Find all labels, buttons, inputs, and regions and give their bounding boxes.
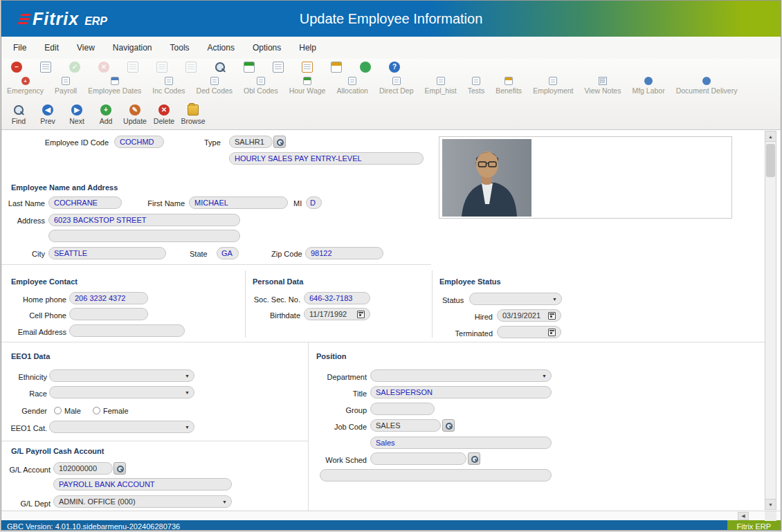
address-line1-input[interactable] bbox=[48, 214, 240, 226]
allocation-icon bbox=[348, 77, 356, 85]
card-file-icon-button[interactable] bbox=[40, 62, 51, 73]
gl-account-search-button[interactable] bbox=[113, 462, 126, 475]
find-button[interactable]: Find bbox=[4, 104, 33, 125]
hired-field[interactable]: 03/19/2021 bbox=[497, 309, 561, 322]
help-icon-button[interactable]: ? bbox=[389, 62, 400, 73]
toolbar-payroll-button[interactable]: Payroll bbox=[53, 77, 78, 95]
birthdate-field[interactable]: 11/17/1992 bbox=[304, 308, 370, 320]
zip-input[interactable] bbox=[305, 247, 383, 259]
page-title: Update Employee Information bbox=[300, 11, 483, 27]
toolbar-benefits-button[interactable]: Benefits bbox=[494, 77, 523, 95]
notes-icon-button[interactable] bbox=[360, 62, 371, 73]
ok-icon-button[interactable]: ✓ bbox=[69, 62, 80, 73]
type-description-field: HOURLY SALES PAY ENTRY-LEVEL bbox=[229, 152, 424, 165]
scrollbar-track[interactable] bbox=[765, 142, 776, 499]
toolbar-employee-dates-button[interactable]: Employee Dates bbox=[87, 77, 143, 95]
calendar-icon[interactable] bbox=[357, 311, 365, 318]
gl-dept-select[interactable]: ADMIN. OFFICE (000) ▼ bbox=[53, 495, 232, 508]
toolbar-button-row: +EmergencyPayrollEmployee DatesInc Codes… bbox=[1, 75, 781, 102]
chevron-down-icon: ▼ bbox=[552, 297, 557, 302]
toolbar-inc-codes-button[interactable]: Inc Codes bbox=[151, 77, 186, 95]
gl-account-description-field: PAYROLL BANK ACCOUNT bbox=[53, 478, 232, 490]
toolbar-direct-dep-button[interactable]: Direct Dep bbox=[378, 77, 415, 95]
city-input[interactable] bbox=[48, 247, 166, 259]
first-name-input[interactable] bbox=[189, 196, 288, 209]
schedule-icon-button[interactable] bbox=[331, 62, 342, 73]
menu-view[interactable]: View bbox=[68, 40, 104, 55]
next-button[interactable]: ▶Next bbox=[62, 104, 91, 125]
cell-phone-input[interactable] bbox=[69, 308, 148, 320]
toolbar-hour-wage-button[interactable]: Hour Wage bbox=[288, 77, 327, 95]
group-input[interactable] bbox=[370, 403, 435, 415]
department-select[interactable]: ▼ bbox=[370, 369, 552, 382]
image-icon-button[interactable] bbox=[185, 62, 197, 73]
toolbar-tests-button[interactable]: Tests bbox=[466, 77, 487, 95]
copy-icon-button[interactable] bbox=[127, 62, 138, 73]
menu-actions[interactable]: Actions bbox=[199, 40, 244, 55]
delete-button[interactable]: ✕Delete bbox=[149, 104, 179, 125]
job-code-search-button[interactable] bbox=[442, 419, 455, 432]
mi-input[interactable] bbox=[306, 196, 322, 209]
ethnicity-select[interactable]: ▼ bbox=[49, 369, 194, 382]
menu-file[interactable]: File bbox=[4, 40, 35, 55]
home-phone-input[interactable] bbox=[69, 292, 148, 304]
horizontal-scrollbar[interactable]: ◀ bbox=[1, 511, 781, 520]
menu-help[interactable]: Help bbox=[290, 40, 325, 55]
scroll-up-button[interactable]: ▲ bbox=[765, 131, 776, 142]
employee-id-label: Employee ID Code bbox=[14, 138, 109, 147]
browse-button[interactable]: Browse bbox=[179, 104, 208, 125]
export-icon-button[interactable] bbox=[302, 62, 313, 73]
last-name-input[interactable] bbox=[48, 196, 122, 209]
type-input[interactable] bbox=[229, 136, 273, 148]
no-entry-icon-button[interactable]: – bbox=[11, 62, 22, 73]
toolbar-emergency-button[interactable]: +Emergency bbox=[6, 77, 45, 95]
work-sched-input[interactable] bbox=[370, 452, 466, 465]
divider bbox=[1, 342, 765, 342]
employee-id-input[interactable] bbox=[114, 136, 164, 148]
eeo1-cat-select[interactable]: ▼ bbox=[49, 421, 194, 433]
vertical-scrollbar[interactable]: ▲ ▼ bbox=[765, 131, 776, 510]
race-select[interactable]: ▼ bbox=[49, 386, 194, 398]
scroll-down-button[interactable]: ▼ bbox=[765, 499, 776, 509]
employee-dates-icon bbox=[111, 77, 119, 85]
terminated-field[interactable] bbox=[497, 326, 561, 338]
status-select[interactable]: ▼ bbox=[469, 293, 562, 305]
zoom-icon-button[interactable] bbox=[215, 62, 226, 73]
ssn-input[interactable] bbox=[304, 292, 370, 304]
type-search-button[interactable] bbox=[273, 136, 286, 148]
toolbar-allocation-button[interactable]: Allocation bbox=[335, 77, 370, 95]
scrollbar-thumb[interactable] bbox=[766, 144, 775, 177]
toolbar-obl-codes-button[interactable]: Obl Codes bbox=[242, 77, 280, 95]
title-input[interactable] bbox=[370, 386, 552, 398]
gender-female-radio[interactable] bbox=[93, 407, 100, 414]
toolbar-view-notes-button[interactable]: View Notes bbox=[583, 77, 622, 95]
address-line2-input[interactable] bbox=[48, 230, 240, 242]
menu-edit[interactable]: Edit bbox=[35, 40, 68, 55]
scroll-left-button[interactable]: ◀ bbox=[738, 512, 749, 520]
menu-options[interactable]: Options bbox=[244, 40, 290, 55]
toolbar-label: Direct Dep bbox=[379, 86, 414, 95]
calendar-icon[interactable] bbox=[548, 329, 556, 336]
prev-button[interactable]: ◀Prev bbox=[33, 104, 62, 125]
email-input[interactable] bbox=[69, 324, 185, 337]
calendar-icon[interactable] bbox=[548, 312, 556, 320]
menu-tools[interactable]: Tools bbox=[161, 40, 199, 55]
paste-icon-button[interactable] bbox=[156, 62, 167, 73]
gl-account-input[interactable] bbox=[53, 462, 113, 475]
calendar-icon-button[interactable] bbox=[244, 62, 255, 73]
hired-value: 03/19/2021 bbox=[502, 311, 540, 320]
attachment-icon-button[interactable] bbox=[273, 62, 284, 73]
update-button[interactable]: ✎Update bbox=[120, 104, 149, 125]
toolbar-document-delivery-button[interactable]: Document Delivery bbox=[675, 77, 739, 95]
toolbar-mfg-labor-button[interactable]: Mfg Labor bbox=[630, 77, 666, 95]
job-code-input[interactable] bbox=[370, 419, 441, 432]
cancel-row-icon-button[interactable]: ✕ bbox=[98, 62, 109, 73]
work-sched-search-button[interactable] bbox=[468, 452, 480, 465]
toolbar-employment-button[interactable]: Employment bbox=[531, 77, 574, 95]
state-input[interactable] bbox=[217, 247, 239, 259]
menu-navigation[interactable]: Navigation bbox=[104, 40, 161, 55]
add-button[interactable]: +Add bbox=[91, 104, 120, 125]
toolbar-ded-codes-button[interactable]: Ded Codes bbox=[195, 77, 235, 95]
gender-male-radio[interactable] bbox=[54, 407, 62, 414]
toolbar-empl-hist-button[interactable]: Empl_hist bbox=[424, 77, 458, 95]
